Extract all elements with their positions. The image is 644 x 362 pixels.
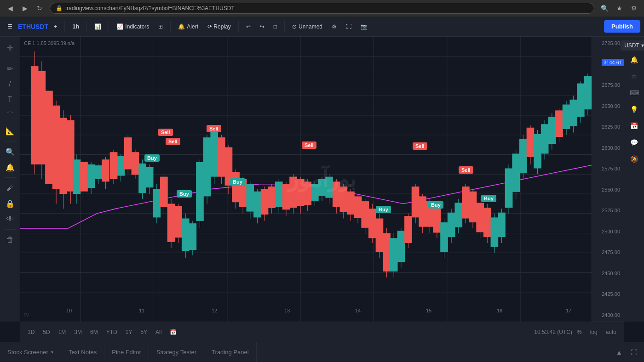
- add-symbol-button[interactable]: +: [50, 19, 61, 34]
- calendar-right-btn[interactable]: 📅: [627, 119, 642, 133]
- strategy-tester-tab[interactable]: Strategy Tester: [149, 342, 204, 362]
- notification-btn[interactable]: 🔕: [627, 152, 642, 166]
- bookmark-button[interactable]: ★: [613, 3, 626, 14]
- svg-rect-102: [318, 179, 326, 196]
- tf-all[interactable]: All: [152, 327, 165, 337]
- svg-rect-54: [146, 167, 154, 187]
- keyboard-btn[interactable]: ⌨: [627, 85, 642, 100]
- stock-screener-arrow: ▾: [51, 350, 53, 355]
- address-bar[interactable]: 🔒 tradingview.com/chart/FyNHsqzR/?symbol…: [50, 3, 594, 14]
- templates-button[interactable]: ⊞: [155, 19, 167, 34]
- collapse-bottom-btn[interactable]: ▲: [613, 346, 626, 359]
- svg-rect-72: [210, 128, 218, 177]
- publish-label: Publish: [611, 23, 633, 30]
- price-2500: 2500.00: [594, 229, 622, 234]
- tf-5d[interactable]: 5D: [39, 327, 53, 337]
- timeframe-button[interactable]: 1h: [69, 21, 83, 32]
- reload-button[interactable]: ↻: [33, 3, 46, 14]
- svg-rect-84: [253, 192, 261, 218]
- stock-screener-tab[interactable]: Stock Screener ▾: [0, 342, 61, 362]
- svg-rect-108: [340, 187, 348, 212]
- tf-6m[interactable]: 6M: [86, 327, 102, 337]
- time-display: 10:53:42 (UTC): [534, 329, 572, 335]
- hamburger-button[interactable]: ☰: [4, 19, 16, 34]
- crosshair-tool[interactable]: ✛: [3, 40, 17, 55]
- trading-panel-label: Trading Panel: [212, 349, 248, 356]
- sell-signal-4: Sell: [302, 141, 316, 149]
- magnet-tool[interactable]: 🔔: [3, 160, 17, 175]
- trash-tool[interactable]: 🗑: [3, 232, 17, 247]
- redo-button[interactable]: ↪: [256, 19, 268, 34]
- tf-ytd[interactable]: YTD: [103, 327, 121, 337]
- symbol-button[interactable]: ETHUSDT: [18, 23, 48, 30]
- tf-1m[interactable]: 1M: [55, 327, 70, 337]
- svg-rect-96: [297, 179, 305, 206]
- buy-signal-2: Buy: [177, 190, 192, 198]
- price-2425: 2425.00: [594, 291, 622, 297]
- divider-5: [238, 21, 239, 32]
- lock-tool[interactable]: 🔒: [3, 196, 17, 211]
- fullscreen-button[interactable]: ⛶: [342, 19, 355, 34]
- layout-button[interactable]: □: [270, 19, 281, 34]
- buy-signal-1: Buy: [144, 154, 160, 162]
- pine-editor-tab[interactable]: Pine Editor: [104, 342, 149, 362]
- brush-tool[interactable]: 🖌: [3, 181, 17, 195]
- measure-tool[interactable]: 📐: [3, 124, 17, 138]
- tv-logo: tv: [24, 311, 29, 318]
- text-tool[interactable]: T: [3, 92, 17, 107]
- pattern-tool[interactable]: ⌒: [3, 108, 17, 123]
- snapshot-button[interactable]: 📷: [357, 19, 371, 34]
- forward-button[interactable]: ▶: [18, 3, 31, 14]
- svg-rect-78: [232, 172, 240, 202]
- alert-button[interactable]: 🔔 Alert: [174, 19, 202, 34]
- watch-list-btn[interactable]: ☆: [627, 69, 642, 84]
- ideas-btn[interactable]: 💡: [627, 102, 642, 117]
- svg-rect-168: [555, 110, 563, 137]
- replay-label: ⟳ Replay: [207, 23, 231, 30]
- svg-rect-142: [462, 187, 470, 218]
- strategy-tester-label: Strategy Tester: [156, 349, 196, 356]
- publish-button[interactable]: Publish: [604, 20, 640, 33]
- svg-rect-58: [160, 177, 168, 207]
- svg-rect-130: [419, 196, 426, 226]
- templates-icon: ⊞: [158, 23, 163, 30]
- indicators-button[interactable]: 📈 Indicators: [113, 19, 153, 34]
- calendar-tf-btn[interactable]: 📅: [166, 327, 180, 337]
- buy-signal-6: Buy: [481, 195, 496, 202]
- expand-bottom-btn[interactable]: ⛶: [627, 346, 640, 359]
- tf-1d[interactable]: 1D: [24, 327, 38, 337]
- alert-right-btn[interactable]: 🔔: [627, 52, 642, 67]
- price-2525: 2525.00: [594, 208, 622, 213]
- divider-4: [170, 21, 171, 32]
- log-btn[interactable]: log: [586, 327, 601, 337]
- svg-rect-134: [433, 206, 441, 233]
- trend-line-tool[interactable]: /: [3, 77, 17, 91]
- price-2575: 2575.00: [594, 166, 622, 171]
- draw-tool[interactable]: ✏: [3, 61, 17, 76]
- usdt-badge[interactable]: USDT ▾: [621, 40, 644, 51]
- svg-rect-30: [59, 118, 67, 194]
- chat-btn[interactable]: 💬: [627, 135, 642, 150]
- eye-tool[interactable]: 👁: [3, 212, 17, 226]
- settings-button[interactable]: ⚙: [328, 19, 340, 34]
- chart-type-button[interactable]: 📊: [91, 19, 105, 34]
- percent-btn[interactable]: %: [573, 327, 586, 337]
- tf-5y[interactable]: 5Y: [137, 327, 151, 337]
- back-button[interactable]: ◀: [4, 3, 17, 14]
- left-separator-1: [5, 58, 16, 58]
- undo-button[interactable]: ↩: [242, 19, 254, 34]
- tf-1y[interactable]: 1Y: [122, 327, 136, 337]
- text-notes-tab[interactable]: Text Notes: [61, 342, 104, 362]
- unnamed-button[interactable]: ⊙ Unnamed: [288, 19, 326, 34]
- auto-btn[interactable]: auto: [602, 327, 620, 337]
- price-2625: 2625.00: [594, 124, 622, 130]
- replay-button[interactable]: ⟳ Replay: [204, 19, 235, 34]
- search-button[interactable]: 🔍: [598, 3, 611, 14]
- extensions-button[interactable]: ⚙: [627, 3, 640, 14]
- trading-panel-tab[interactable]: Trading Panel: [204, 342, 256, 362]
- svg-rect-92: [282, 184, 290, 210]
- url-text: tradingview.com/chart/FyNHsqzR/?symbol=B…: [65, 5, 235, 11]
- hamburger-icon: ☰: [7, 23, 12, 30]
- zoom-tool[interactable]: 🔍: [3, 144, 17, 159]
- tf-3m[interactable]: 3M: [70, 327, 86, 337]
